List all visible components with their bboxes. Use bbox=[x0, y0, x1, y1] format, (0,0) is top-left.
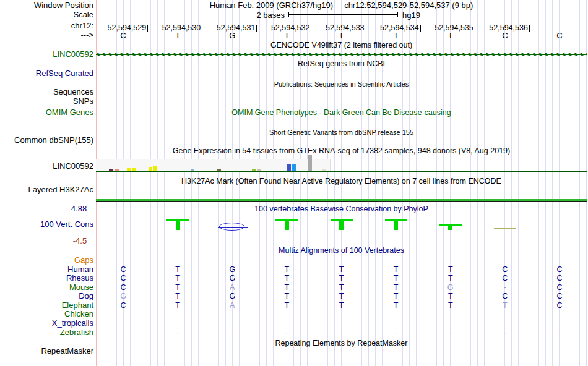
track-title-conservation[interactable]: 100 vertebrates Basewise Conservation by… bbox=[96, 205, 587, 213]
scale-label: Scale bbox=[0, 11, 93, 19]
alignment-base: C bbox=[96, 283, 150, 292]
alignment-base: T bbox=[423, 265, 478, 274]
gtex-bar[interactable] bbox=[257, 169, 261, 171]
gencode-item-label[interactable]: LINC00592 bbox=[0, 50, 93, 59]
species-label-dog[interactable]: Dog bbox=[0, 292, 93, 300]
common-dbsnp-label[interactable]: Common dbSNP(155) bbox=[0, 136, 93, 145]
alignment-base: T bbox=[314, 292, 368, 300]
gtex-bar[interactable] bbox=[149, 167, 152, 171]
species-label-x_tropicalis[interactable]: X_tropicalis bbox=[0, 319, 93, 328]
species-label-gaps[interactable]: Gaps bbox=[0, 256, 93, 265]
repeatmasker-label[interactable]: RepeatMasker bbox=[0, 347, 93, 355]
layered-h3k27ac-label[interactable]: Layered H3K27Ac bbox=[0, 185, 93, 194]
gtex-bar[interactable] bbox=[287, 164, 291, 171]
alignment-base: - bbox=[369, 328, 423, 337]
gtex-bar[interactable] bbox=[252, 169, 256, 171]
alignment-base: C bbox=[532, 301, 587, 310]
track-title-gencode[interactable]: GENCODE V49lift37 (2 items filtered out) bbox=[96, 41, 587, 49]
assembly-short-label: hg19 bbox=[402, 11, 420, 20]
alignment-base: C bbox=[96, 274, 150, 283]
conservation-axis-max: 4.88 _ bbox=[0, 205, 93, 213]
alignment-base: T bbox=[369, 292, 423, 300]
alignment-base: T bbox=[369, 301, 423, 310]
browser-title: Human Feb. 2009 (GRCh37/hg19)chr12:52,59… bbox=[96, 1, 587, 10]
alignment-base: - bbox=[205, 328, 259, 337]
gtex-bar[interactable] bbox=[191, 169, 194, 171]
reference-base: T bbox=[314, 31, 368, 40]
alignment-base: C bbox=[532, 265, 587, 274]
alignment-base: - bbox=[314, 328, 368, 337]
snps-label[interactable]: SNPs bbox=[0, 97, 93, 106]
refseq-curated-label[interactable]: RefSeq Curated bbox=[0, 69, 93, 78]
alignment-base: T bbox=[423, 292, 478, 300]
alignment-base: C bbox=[532, 274, 587, 283]
gtex-bar[interactable] bbox=[132, 168, 136, 171]
alignment-base: T bbox=[314, 283, 368, 292]
chrom-label: chr12: bbox=[0, 22, 93, 30]
phylop-positive-stem bbox=[176, 219, 180, 230]
phylop-negative-ellipse bbox=[219, 223, 244, 231]
alignment-base: = bbox=[314, 310, 368, 318]
alignment-base: T bbox=[150, 292, 205, 300]
gtex-bar[interactable] bbox=[127, 168, 131, 171]
alignment-base: - bbox=[150, 328, 205, 337]
alignment-base: T bbox=[259, 292, 314, 300]
alignment-base: T bbox=[150, 283, 205, 292]
gtex-bar[interactable] bbox=[109, 169, 113, 171]
reference-base: G bbox=[205, 31, 259, 40]
phylop-positive-stem bbox=[285, 219, 289, 230]
alignment-base: G bbox=[96, 292, 150, 300]
track-title-multiz[interactable]: Multiz Alignments of 100 Vertebrates bbox=[96, 246, 587, 255]
track-title-dbsnp[interactable]: Short Genetic Variants from dbSNP releas… bbox=[96, 128, 587, 137]
reference-base: C bbox=[96, 31, 150, 40]
alignment-base: T bbox=[150, 301, 205, 310]
track-title-refseq[interactable]: RefSeq genes from NCBI bbox=[96, 59, 587, 68]
track-title-repeatmasker[interactable]: Repeating Elements by RepeatMasker bbox=[96, 339, 587, 347]
alignment-base: C bbox=[478, 292, 532, 300]
species-label-rhesus[interactable]: Rhesus bbox=[0, 274, 93, 283]
alignment-base: - bbox=[259, 328, 314, 337]
alignment-base: = bbox=[259, 310, 314, 318]
omim-genes-label[interactable]: OMIM Genes bbox=[0, 108, 93, 117]
track-title-gtex[interactable]: Gene Expression in 54 tissues from GTEx … bbox=[96, 147, 587, 155]
gtex-bar[interactable] bbox=[217, 169, 221, 171]
alignment-base: T bbox=[259, 301, 314, 310]
alignment-base: T bbox=[259, 265, 314, 274]
track-title-publications[interactable]: Publications: Sequences in Scientific Ar… bbox=[96, 80, 587, 88]
alignment-base: = bbox=[423, 310, 478, 318]
alignment-base: G bbox=[205, 265, 259, 274]
track-title-h3k27ac[interactable]: H3K27Ac Mark (Often Found Near Active Re… bbox=[96, 177, 587, 185]
alignment-base: - bbox=[423, 328, 478, 337]
species-label-chicken[interactable]: Chicken bbox=[0, 310, 93, 318]
gtex-bar[interactable] bbox=[153, 166, 157, 171]
alignment-base: = bbox=[532, 310, 587, 318]
alignment-base: A bbox=[205, 301, 259, 310]
alignment-base: C bbox=[96, 301, 150, 310]
conservation-label[interactable]: 100 Vert. Cons bbox=[0, 220, 93, 229]
gtex-bar[interactable] bbox=[292, 164, 296, 171]
gtex-bar[interactable] bbox=[308, 155, 312, 171]
alignment-base: = bbox=[96, 310, 150, 318]
gtex-gene-model-line[interactable] bbox=[96, 171, 587, 172]
species-label-elephant[interactable]: Elephant bbox=[0, 301, 93, 310]
gtex-gene-label[interactable]: LINC00592 bbox=[0, 162, 93, 171]
alignment-base: T bbox=[478, 301, 532, 310]
gtex-bar[interactable] bbox=[322, 169, 326, 171]
alignment-base: - bbox=[96, 328, 150, 337]
reference-base: C bbox=[532, 31, 587, 40]
alignment-base: T bbox=[314, 274, 368, 283]
alignment-base: C bbox=[96, 265, 150, 274]
species-label-zebrafish[interactable]: Zebrafish bbox=[0, 328, 93, 337]
reference-base: T bbox=[423, 31, 478, 40]
track-title-omim[interactable]: OMIM Gene Phenotypes - Dark Green Can Be… bbox=[96, 108, 587, 117]
gtex-bar[interactable] bbox=[115, 169, 119, 171]
species-label-human[interactable]: Human bbox=[0, 265, 93, 274]
sequences-label[interactable]: Sequences bbox=[0, 88, 93, 96]
reference-base: T bbox=[150, 31, 205, 40]
strand-direction-label: ---> bbox=[0, 31, 93, 40]
alignment-base: = bbox=[150, 310, 205, 318]
alignment-base: G bbox=[205, 292, 259, 300]
gencode-strand-arrows[interactable]: >>>>>>>>>>>>>>>>>>>>>>>>>>>>>>>>>>>>>>>>… bbox=[97, 51, 587, 59]
alignment-base: T bbox=[259, 283, 314, 292]
species-label-mouse[interactable]: Mouse bbox=[0, 283, 93, 292]
